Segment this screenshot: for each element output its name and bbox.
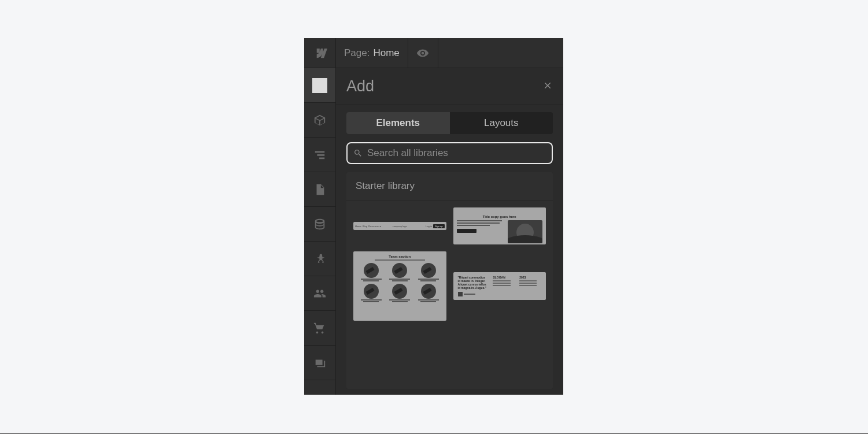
page-value: Home [373, 47, 399, 59]
database-icon [313, 218, 326, 231]
panel-header: Add [336, 68, 563, 105]
panel-body: Add Elements Layouts Starter [304, 68, 563, 395]
preview-button[interactable] [408, 38, 438, 68]
sidebar-cms[interactable] [304, 207, 335, 242]
sidebar-interactions[interactable] [304, 242, 335, 276]
users-icon [313, 287, 326, 300]
page-selector[interactable]: Page: Home [336, 38, 408, 68]
plus-icon [312, 78, 327, 93]
search-input[interactable] [367, 147, 546, 159]
sidebar-ecommerce[interactable] [304, 311, 335, 346]
sidebar-components[interactable] [304, 103, 335, 138]
layout-thumb-team[interactable]: Team section [353, 251, 446, 321]
layout-thumb-hero[interactable]: Title copy goes here [453, 207, 546, 244]
topbar: Page: Home [304, 38, 563, 68]
panel-title: Add [346, 77, 374, 95]
cart-icon [313, 322, 326, 335]
starter-library: Starter library Home Blog Resources ▾ co… [346, 172, 553, 389]
interactions-icon [313, 253, 326, 265]
page-icon [313, 183, 326, 196]
sidebar-users[interactable] [304, 276, 335, 311]
sidebar-add[interactable] [304, 68, 335, 103]
left-toolbar [304, 68, 336, 395]
close-icon [542, 80, 553, 91]
tabs: Elements Layouts [346, 112, 553, 134]
page-label: Page: [344, 47, 370, 59]
sidebar-assets[interactable] [304, 346, 335, 380]
tab-elements[interactable]: Elements [346, 112, 450, 134]
layout-thumb-footer[interactable]: "Rituari commodius id maece in. Integer.… [453, 272, 546, 300]
add-panel: Add Elements Layouts Starter [336, 68, 563, 395]
library-grid: Home Blog Resources ▾ company logo Log i… [346, 201, 553, 389]
designer-panel: Page: Home [304, 38, 563, 395]
navigator-icon [313, 149, 326, 161]
tabs-container: Elements Layouts [336, 105, 563, 134]
search-container [336, 134, 563, 164]
search-box[interactable] [346, 142, 553, 164]
library-title: Starter library [346, 172, 553, 201]
sidebar-pages[interactable] [304, 172, 335, 207]
close-button[interactable] [542, 79, 553, 94]
cube-icon [313, 114, 326, 127]
sidebar-navigator[interactable] [304, 138, 335, 172]
assets-icon [313, 357, 326, 369]
layout-thumb-navbar[interactable]: Home Blog Resources ▾ company logo Log i… [353, 222, 446, 230]
library-container: Starter library Home Blog Resources ▾ co… [336, 164, 563, 395]
webflow-logo[interactable] [304, 38, 336, 68]
tab-layouts[interactable]: Layouts [450, 112, 553, 134]
search-icon [353, 149, 363, 158]
